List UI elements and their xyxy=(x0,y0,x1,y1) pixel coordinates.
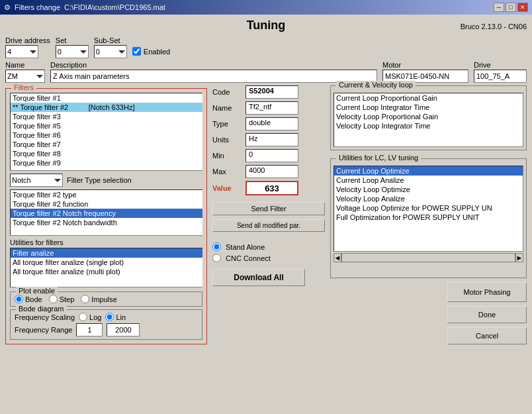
lin-label: Lin xyxy=(116,313,126,321)
cv-panel-title: Current & Velocity loop xyxy=(336,81,416,89)
send-all-modified-button[interactable]: Send all modified par. xyxy=(212,219,325,232)
log-radio[interactable] xyxy=(79,313,87,321)
freq-range-max-input[interactable] xyxy=(107,323,140,336)
name-label: Name xyxy=(5,61,45,69)
version-label: Bruco 2.13.0 - CN06 xyxy=(461,23,527,30)
list-item[interactable]: Torque filter #2 Notch frequency xyxy=(11,209,202,218)
title-bar: ⚙ Filters change C:\FIDIA\custom\PCD1965… xyxy=(0,0,532,15)
app-icon: ⚙ xyxy=(4,3,11,12)
filter-type-label: Filter Type selection xyxy=(67,176,132,184)
name-field-label: Name xyxy=(212,104,245,112)
download-all-button[interactable]: Download All xyxy=(212,269,305,286)
torque-filter-list[interactable]: Torque filter #1 ** Torque filter #2 [No… xyxy=(10,93,202,171)
maximize-button[interactable]: □ xyxy=(506,3,516,12)
cnc-connect-radio[interactable] xyxy=(212,254,221,262)
max-value: 4000 xyxy=(245,165,298,178)
drive-address-select[interactable]: 4 xyxy=(5,45,38,58)
stand-alone-radio[interactable] xyxy=(212,242,221,251)
impulse-label: Impulse xyxy=(91,295,117,303)
type-label: Type xyxy=(212,120,245,128)
close-button[interactable]: ✕ xyxy=(517,3,528,12)
lin-radio[interactable] xyxy=(105,313,114,321)
list-item[interactable]: Velocity Loop Optimize xyxy=(334,185,523,194)
bode-diagram-title: Bode diagram xyxy=(16,305,67,313)
enabled-label: Enabled xyxy=(144,48,170,56)
max-label: Max xyxy=(212,168,245,176)
list-item[interactable]: All torque filter analize (single plot) xyxy=(11,258,202,267)
list-item[interactable]: Torque filter #2 Notch bandwidth xyxy=(11,218,202,227)
name-field-value: Tf2_ntf xyxy=(245,101,298,115)
drive-input[interactable] xyxy=(474,70,527,83)
cnc-connect-text: CNC Connect xyxy=(226,254,271,262)
list-item[interactable]: Current Loop Analize xyxy=(334,176,523,185)
step-radio-label[interactable]: Step xyxy=(49,295,75,303)
impulse-radio-label[interactable]: Impulse xyxy=(81,295,117,303)
stand-alone-label[interactable]: Stand Alone xyxy=(212,242,325,251)
list-item[interactable]: Torque filter #1 xyxy=(11,93,202,103)
list-item[interactable]: Torque filter #3 xyxy=(11,112,202,121)
bode-radio[interactable] xyxy=(15,295,23,303)
cancel-button[interactable]: Cancel xyxy=(447,327,527,344)
filter-type-select[interactable]: Notch xyxy=(10,174,63,187)
description-label: Description xyxy=(50,61,377,69)
list-item[interactable]: Current Loop Proportional Gain xyxy=(334,93,523,103)
enabled-checkbox[interactable] xyxy=(132,47,141,56)
scroll-right-btn[interactable]: ► xyxy=(515,253,523,262)
drive-address-label: Drive address xyxy=(5,36,50,44)
list-item[interactable]: Current Loop Optimize xyxy=(334,166,523,176)
list-item[interactable]: Velocity Loop Proportional Gain xyxy=(334,112,523,121)
list-item[interactable]: Torque filter #9 xyxy=(11,158,202,168)
value-label: Value xyxy=(212,184,245,192)
set-label: Set xyxy=(56,36,89,44)
description-input[interactable] xyxy=(50,70,377,83)
done-button[interactable]: Done xyxy=(447,306,527,323)
code-value: S52004 xyxy=(245,85,298,99)
list-item[interactable]: Torque filter #6 xyxy=(11,130,202,140)
page-title: Tuning xyxy=(247,19,286,32)
min-value: 0 xyxy=(245,149,298,162)
bode-radio-label[interactable]: Bode xyxy=(15,295,42,303)
scroll-left-btn[interactable]: ◄ xyxy=(333,253,341,262)
name-select[interactable]: ZM xyxy=(5,70,45,83)
list-item[interactable]: ** Torque filter #2 [Notch 633Hz] xyxy=(11,103,202,112)
cnc-connect-label[interactable]: CNC Connect xyxy=(212,254,325,262)
list-item[interactable]: Torque filter #5 xyxy=(11,121,202,130)
impulse-radio[interactable] xyxy=(81,295,89,303)
cv-list[interactable]: Current Loop Proportional Gain Current L… xyxy=(333,93,523,147)
motor-phasing-button[interactable]: Motor Phasing xyxy=(447,282,527,302)
list-item[interactable]: Filter analize xyxy=(11,248,202,258)
drive-label: Drive xyxy=(474,61,527,69)
list-item[interactable]: All torque filter analize (multi plot) xyxy=(11,267,202,276)
util-panel-title: Utilities for LC, LV tuning xyxy=(336,154,421,162)
list-item[interactable]: Torque filter #2 type xyxy=(11,190,202,199)
subset-select[interactable]: 0 xyxy=(94,45,127,58)
freq-range-min-input[interactable] xyxy=(76,323,103,336)
plot-enable-title: Plot enable xyxy=(16,287,58,295)
set-select[interactable]: 0 xyxy=(56,45,89,58)
file-path: C:\FIDIA\custom\PCD1965.mat xyxy=(64,3,165,11)
min-label: Min xyxy=(212,152,245,160)
list-item[interactable]: Current Loop Integrator Time xyxy=(334,103,523,112)
freq-range-label: Frequency Range xyxy=(15,326,72,334)
motor-label: Motor xyxy=(382,61,468,69)
list-item[interactable]: Voltage Loop Optimize for POWER SUPPLY U… xyxy=(334,203,523,213)
send-filter-button[interactable]: Send Filter xyxy=(212,202,325,215)
list-item[interactable]: Velocity Loop Integrator Time xyxy=(334,121,523,130)
list-item[interactable]: Torque filter #8 xyxy=(11,149,202,158)
list-item[interactable]: Full Optimization for POWER SUPPLY UNIT xyxy=(334,213,523,222)
utilities-filters-label: Utilities for filters xyxy=(10,238,202,246)
lin-radio-label[interactable]: Lin xyxy=(105,313,126,321)
app-name: Filters change xyxy=(15,3,60,11)
list-item[interactable]: Torque filter #2 function xyxy=(11,199,202,209)
subset-label: Sub-Set xyxy=(94,36,127,44)
value-input[interactable] xyxy=(245,181,298,195)
filters-panel-title: Filters xyxy=(11,83,36,91)
util-list[interactable]: Current Loop Optimize Current Loop Anali… xyxy=(333,166,523,252)
utilities-filter-list[interactable]: Filter analize All torque filter analize… xyxy=(10,248,202,287)
minimize-button[interactable]: ─ xyxy=(494,3,504,12)
log-radio-label[interactable]: Log xyxy=(79,313,101,321)
step-radio[interactable] xyxy=(49,295,58,303)
list-item[interactable]: Velocity Loop Analize xyxy=(334,194,523,203)
list-item[interactable]: Torque filter #7 xyxy=(11,140,202,149)
filter-param-list[interactable]: Torque filter #2 type Torque filter #2 f… xyxy=(10,189,202,236)
